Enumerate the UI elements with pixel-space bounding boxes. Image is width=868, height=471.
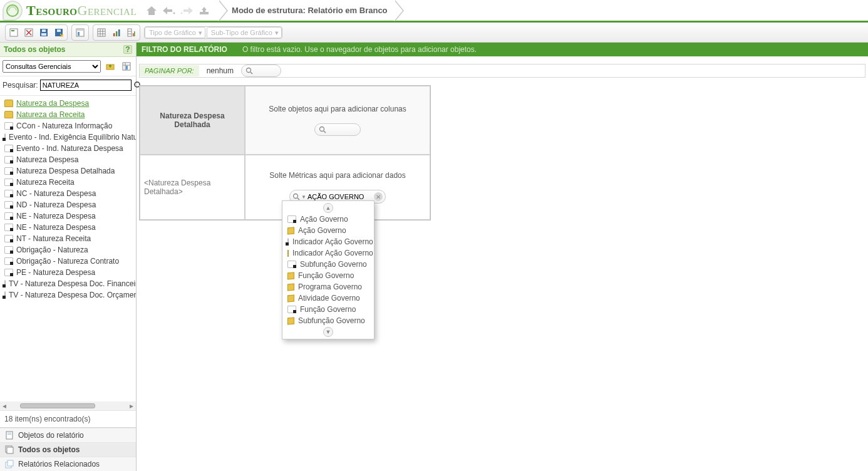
- autocomplete-option[interactable]: Subfunção Governo: [282, 315, 374, 326]
- chevron-down-icon[interactable]: ▼: [300, 194, 307, 200]
- svg-rect-24: [126, 66, 128, 70]
- sidebar-item-label: Natureza da Receita: [16, 110, 85, 119]
- tab-related-reports[interactable]: Relatórios Relacionados: [0, 457, 136, 471]
- svg-rect-8: [42, 29, 46, 32]
- page-by-search-pill[interactable]: [241, 65, 281, 77]
- new-report-icon[interactable]: [7, 26, 21, 39]
- folder-icon: [4, 111, 13, 118]
- save-as-icon[interactable]: [52, 26, 66, 39]
- help-icon[interactable]: ?: [123, 45, 132, 54]
- scroll-down-icon[interactable]: ▼: [282, 326, 374, 338]
- columns-drop-zone[interactable]: Solte objetos aqui para adicionar coluna…: [245, 86, 430, 155]
- svg-rect-18: [118, 29, 120, 36]
- autocomplete-option-label: Subfunção Governo: [300, 260, 367, 269]
- grid-chart-view-icon[interactable]: [125, 26, 138, 39]
- sidebar-attribute[interactable]: NE - Natureza Despesa: [0, 222, 136, 233]
- autocomplete-option[interactable]: Ação Governo: [282, 214, 374, 225]
- autocomplete-option-label: Ação Governo: [298, 226, 346, 235]
- autocomplete-option[interactable]: Programa Governo: [282, 281, 374, 292]
- autocomplete-option-label: Função Governo: [298, 271, 354, 280]
- autocomplete-option[interactable]: Função Governo: [282, 304, 374, 315]
- toolbar-group-3: [93, 24, 140, 41]
- sidebar-attribute[interactable]: NE - Natureza Despesa: [0, 210, 136, 222]
- breadcrumb-label: Modo de estrutura: Relatório em Branco: [232, 6, 387, 15]
- sidebar-item-label: CCon - Natureza Informação: [16, 122, 112, 130]
- toolbar: Tipo de Gráfico Sub-Tipo de Gráfico: [0, 23, 868, 43]
- page-by-bar[interactable]: PAGINAR POR: nenhum: [139, 64, 865, 78]
- search-icon: [319, 126, 326, 133]
- sidebar-attribute[interactable]: Natureza Despesa: [0, 154, 136, 165]
- svg-rect-19: [128, 29, 132, 36]
- sidebar-attribute[interactable]: Natureza Despesa Detalhada: [0, 165, 136, 177]
- autocomplete-option[interactable]: Ação Governo: [282, 225, 374, 236]
- save-icon[interactable]: [37, 26, 51, 39]
- autocomplete-option[interactable]: Indicador Ação Governo: [282, 236, 374, 247]
- sidebar-attribute[interactable]: Natureza Receita: [0, 177, 136, 188]
- autocomplete-option-label: Ação Governo: [300, 215, 348, 224]
- sidebar-item-label: Natureza Despesa Detalhada: [16, 167, 115, 175]
- autocomplete-option[interactable]: Subfunção Governo: [282, 259, 374, 270]
- autocomplete-option[interactable]: Indicador Ação Governo: [282, 247, 374, 259]
- autocomplete-option[interactable]: Função Governo: [282, 270, 374, 281]
- folder-up-icon[interactable]: [103, 60, 117, 73]
- metrics-search-input[interactable]: [307, 193, 370, 200]
- metrics-drop-zone[interactable]: Solte Métricas aqui para adicionar dados…: [245, 155, 430, 220]
- sidebar-attribute[interactable]: Obrigação - Natureza: [0, 244, 136, 256]
- sidebar-attribute[interactable]: NT - Natureza Receita: [0, 233, 136, 244]
- filter-label: FILTRO DO RELATÓRIO: [142, 45, 227, 54]
- svg-point-33: [247, 68, 251, 73]
- page-by-value: nenhum: [207, 66, 234, 75]
- sidebar-attribute[interactable]: CCon - Natureza Informação: [0, 120, 136, 132]
- report-canvas: FILTRO DO RELATÓRIO O filtro está vazio.…: [137, 43, 868, 471]
- autocomplete-option[interactable]: Atividade Governo: [282, 292, 374, 304]
- chart-type-selectors: Tipo de Gráfico Sub-Tipo de Gráfico: [144, 26, 282, 39]
- sidebar-attribute[interactable]: Evento - Ind. Exigência Equilíbrio Natu: [0, 132, 136, 143]
- svg-rect-28: [8, 434, 11, 435]
- page-by-search-input[interactable]: [256, 67, 274, 75]
- sidebar-item-label: NE - Natureza Despesa: [16, 223, 96, 232]
- sidebar-horizontal-scrollbar[interactable]: ◂ ▸: [0, 401, 136, 410]
- sidebar-attribute[interactable]: TV - Natureza Despesa Doc. Orçamen: [0, 289, 136, 301]
- grid-view-icon[interactable]: [95, 26, 108, 39]
- sidebar-attribute[interactable]: ND - Natureza Despesa: [0, 199, 136, 210]
- attribute-icon: [4, 246, 13, 254]
- sidebar-attribute[interactable]: NC - Natureza Despesa: [0, 188, 136, 199]
- nav-back-icon[interactable]: [160, 3, 178, 19]
- sidebar-object-list[interactable]: Natureza da DespesaNatureza da ReceitaCC…: [0, 96, 136, 401]
- clear-icon[interactable]: ✕: [374, 192, 383, 201]
- sidebar-attribute[interactable]: Obrigação - Natureza Contrato: [0, 256, 136, 267]
- columns-search-pill[interactable]: [314, 123, 361, 136]
- stack-icon: [5, 445, 14, 454]
- sidebar-folder[interactable]: Natureza da Receita: [0, 109, 136, 120]
- sidebar-item-label: Natureza Receita: [16, 178, 75, 187]
- columns-search-input[interactable]: [329, 126, 354, 133]
- rows-header-cell[interactable]: Natureza Despesa Detalhada: [140, 86, 245, 155]
- cube-icon: [287, 272, 294, 279]
- scroll-up-icon[interactable]: ▲: [282, 202, 374, 214]
- filter-bar[interactable]: FILTRO DO RELATÓRIO O filtro está vazio.…: [137, 43, 868, 56]
- crosstab-template: Natureza Despesa Detalhada Solte objetos…: [139, 85, 431, 220]
- sidebar-item-label: NT - Natureza Receita: [16, 234, 91, 243]
- home-icon[interactable]: [143, 3, 160, 19]
- sidebar-folder[interactable]: Natureza da Despesa: [0, 98, 136, 109]
- upload-icon[interactable]: [195, 3, 213, 19]
- sidebar-attribute[interactable]: PE - Natureza Despesa: [0, 267, 136, 278]
- tab-report-objects[interactable]: Objetos do relatório: [0, 428, 136, 442]
- svg-rect-13: [76, 29, 84, 31]
- refresh-tree-icon[interactable]: [120, 60, 133, 73]
- search-input[interactable]: [40, 80, 132, 91]
- rows-drop-zone[interactable]: <Natureza Despesa Detalhada>: [140, 155, 245, 220]
- autocomplete-option-label: Programa Governo: [298, 282, 362, 291]
- chart-view-icon[interactable]: [110, 26, 123, 39]
- tab-all-objects[interactable]: Todos os objetos: [0, 442, 136, 457]
- svg-rect-15: [98, 29, 105, 36]
- svg-rect-20: [133, 33, 134, 36]
- scope-select[interactable]: Consultas Gerenciais: [3, 60, 101, 73]
- attribute-icon: [4, 190, 13, 197]
- cancel-icon[interactable]: [22, 26, 36, 39]
- sidebar-attribute[interactable]: TV - Natureza Despesa Doc. Financeir: [0, 278, 136, 289]
- attribute-icon: [4, 201, 13, 209]
- design-mode-icon[interactable]: [73, 26, 87, 39]
- sidebar-attribute[interactable]: Evento - Ind. Natureza Despesa: [0, 143, 136, 154]
- cube-icon: [287, 249, 289, 256]
